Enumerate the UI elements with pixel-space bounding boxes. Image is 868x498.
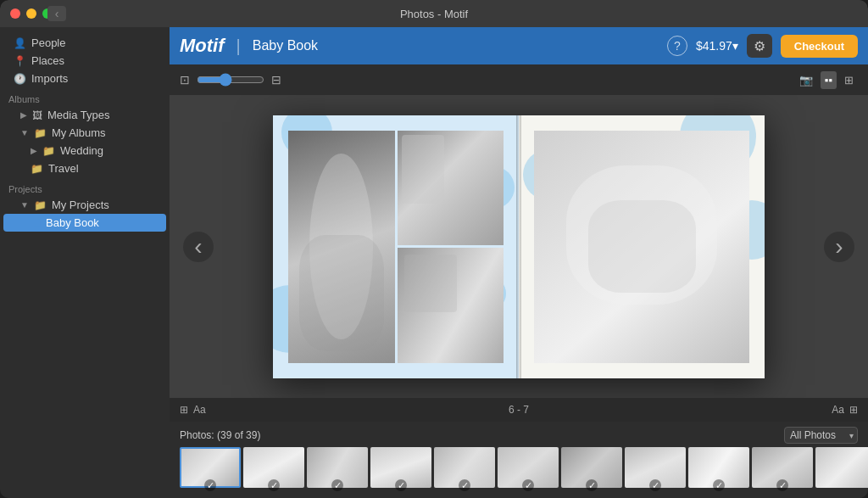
photo-cell-large xyxy=(288,131,395,363)
footer-aa-left[interactable]: Aa xyxy=(193,404,206,416)
photos-filter-container: All Photos Favorites Last Import ▾ xyxy=(784,427,858,444)
photo-right-main xyxy=(534,131,749,363)
expand-icon-2: ▶ xyxy=(31,146,37,155)
view-toggle: 📷 ▪▪ ⊞ xyxy=(795,71,858,89)
sidebar-item-imports[interactable]: 🕐 Imports xyxy=(0,70,170,87)
footer-right: Aa ⊞ xyxy=(832,404,858,416)
media-types-icon: 🖼 xyxy=(32,109,42,121)
collapse-icon: ▼ xyxy=(20,128,29,137)
folder-icon-3: 📁 xyxy=(31,163,43,175)
price-display[interactable]: $41.97▾ xyxy=(696,39,738,53)
zoom-slider[interactable] xyxy=(197,73,264,87)
window-title: Photos - Motif xyxy=(400,8,468,20)
book-spine xyxy=(516,115,521,378)
thumbnails-row: ✓ ✓ ✓ ✓ ✓ xyxy=(170,447,868,498)
sidebar-my-albums-label: My Albums xyxy=(52,126,106,139)
header-book-title: Baby Book xyxy=(253,38,318,53)
photos-filter-select[interactable]: All Photos Favorites Last Import xyxy=(784,427,858,444)
sidebar-places-label: Places xyxy=(31,54,64,67)
thumb-img-11 xyxy=(815,447,868,488)
thumb-check-9: ✓ xyxy=(713,479,725,491)
sidebar-item-people[interactable]: 👤 People xyxy=(0,34,170,52)
help-button[interactable]: ? xyxy=(667,36,687,56)
photos-count-label: Photos: (39 of 39) xyxy=(180,429,260,441)
baby-body xyxy=(588,200,696,294)
layout-left-icon[interactable]: ⊡ xyxy=(180,73,190,87)
photo-cell-bottom-right xyxy=(398,248,504,363)
header-bar: Motif | Baby Book ? $41.97▾ ⚙ Checkout xyxy=(170,27,868,64)
main-layout: 👤 People 📍 Places 🕐 Imports Albums ▶ 🖼 M… xyxy=(0,27,868,498)
close-button[interactable] xyxy=(10,8,20,19)
thumb-check-7: ✓ xyxy=(586,479,598,491)
thumbnail-6[interactable]: ✓ xyxy=(498,447,559,493)
thumbnail-1[interactable]: ✓ xyxy=(180,447,241,493)
photo-element-2 xyxy=(404,255,458,312)
footer-layout-icon-right[interactable]: ⊞ xyxy=(849,404,858,416)
thumbnail-3[interactable]: ✓ xyxy=(307,447,368,493)
projects-section-label: Projects xyxy=(0,177,170,196)
sidebar-imports-label: Imports xyxy=(31,72,68,85)
folder-icon-2: 📁 xyxy=(42,145,55,157)
prev-page-button[interactable]: ‹ xyxy=(183,232,214,262)
baby-book-icon: ◼ xyxy=(34,218,41,227)
left-page[interactable] xyxy=(273,115,519,378)
thumbnail-11[interactable] xyxy=(815,447,868,493)
sidebar-item-wedding[interactable]: ▶ 📁 Wedding xyxy=(0,142,170,159)
page-footer: ⊞ Aa 6 - 7 Aa ⊞ xyxy=(170,398,868,422)
price-chevron: ▾ xyxy=(732,39,738,53)
price-value: $41.97 xyxy=(696,39,732,53)
photos-strip-header: Photos: (39 of 39) All Photos Favorites … xyxy=(170,422,868,447)
thumbnail-4[interactable]: ✓ xyxy=(370,447,431,493)
book-spread xyxy=(273,115,765,378)
sidebar-item-baby-book[interactable]: ◼ Baby Book xyxy=(3,214,166,232)
minimize-button[interactable] xyxy=(26,8,36,19)
footer-layout-icon[interactable]: ⊞ xyxy=(180,404,188,416)
expand-icon: ▶ xyxy=(20,110,27,120)
thumb-check-2: ✓ xyxy=(268,479,280,491)
thumb-check-4: ✓ xyxy=(395,479,407,491)
albums-section-label: Albums xyxy=(0,87,170,106)
layout-right-icon[interactable]: ⊟ xyxy=(271,73,281,87)
thumb-check-5: ✓ xyxy=(459,479,470,491)
imports-icon: 🕐 xyxy=(14,73,26,85)
thumbnail-2[interactable]: ✓ xyxy=(243,447,304,493)
thumbnail-5[interactable]: ✓ xyxy=(434,447,495,493)
photo-large xyxy=(288,131,395,363)
photos-strip: Photos: (39 of 39) All Photos Favorites … xyxy=(170,422,868,498)
sidebar-item-my-projects[interactable]: ▼ 📁 My Projects xyxy=(0,196,170,214)
thumb-check-6: ✓ xyxy=(522,479,534,491)
photo-element-1 xyxy=(402,135,444,204)
sidebar-my-projects-label: My Projects xyxy=(52,199,109,211)
sidebar-media-types-label: Media Types xyxy=(47,109,109,121)
thumbnail-10[interactable]: ✓ xyxy=(752,447,813,493)
sidebar-item-places[interactable]: 📍 Places xyxy=(0,52,170,70)
person-icon: 👤 xyxy=(14,37,26,49)
next-page-button[interactable]: › xyxy=(824,232,854,262)
grid-view-icon[interactable]: ⊞ xyxy=(840,71,858,89)
photo-bottom-right xyxy=(398,248,504,363)
folder-icon: 📁 xyxy=(34,127,47,139)
photo-shadow xyxy=(299,235,384,351)
settings-button[interactable]: ⚙ xyxy=(747,34,772,58)
thumbnail-8[interactable]: ✓ xyxy=(625,447,686,493)
footer-aa-right[interactable]: Aa xyxy=(832,404,844,416)
places-icon: 📍 xyxy=(14,55,26,67)
thumbnail-9[interactable]: ✓ xyxy=(688,447,749,493)
window-controls xyxy=(10,8,53,19)
screenshot-view-icon[interactable]: 📷 xyxy=(795,71,817,89)
thumb-check-8: ✓ xyxy=(649,479,661,491)
right-page[interactable] xyxy=(519,115,765,378)
footer-page-numbers: 6 - 7 xyxy=(206,404,832,416)
checkout-button[interactable]: Checkout xyxy=(781,35,858,58)
thumb-check-1: ✓ xyxy=(204,479,216,491)
sidebar-item-travel[interactable]: 📁 Travel xyxy=(0,159,170,177)
photo-cell-top-right xyxy=(398,131,504,246)
book-area: ‹ xyxy=(170,95,868,398)
back-button[interactable]: ‹ xyxy=(47,6,66,21)
double-view-icon[interactable]: ▪▪ xyxy=(821,71,837,89)
sidebar-item-my-albums[interactable]: ▼ 📁 My Albums xyxy=(0,124,170,142)
sidebar: 👤 People 📍 Places 🕐 Imports Albums ▶ 🖼 M… xyxy=(0,27,170,498)
thumbnail-7[interactable]: ✓ xyxy=(561,447,622,493)
titlebar: ‹ Photos - Motif xyxy=(0,0,868,27)
sidebar-item-media-types[interactable]: ▶ 🖼 Media Types xyxy=(0,106,170,124)
